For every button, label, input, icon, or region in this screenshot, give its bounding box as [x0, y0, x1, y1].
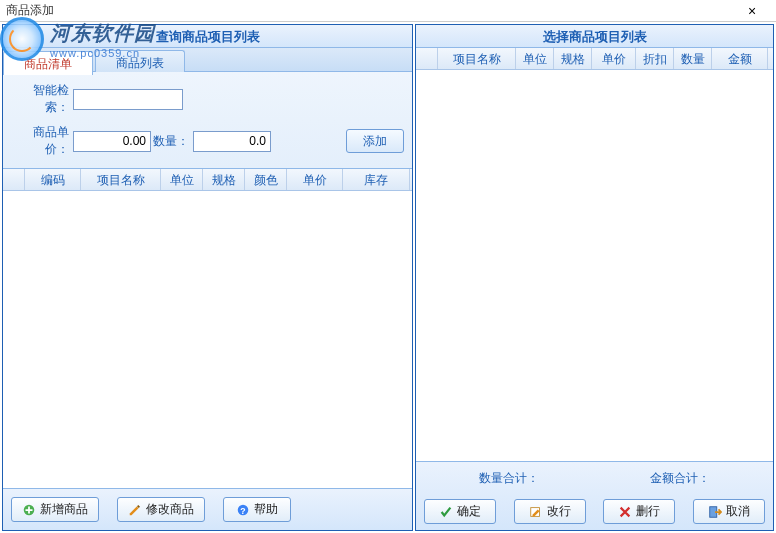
modify-row-button[interactable]: 改行 [514, 499, 586, 524]
right-column-headers: 项目名称单位规格单价折扣数量金额 [416, 48, 773, 70]
button-label: 取消 [726, 503, 750, 520]
window-title: 商品添加 [6, 2, 54, 19]
column-header[interactable]: 规格 [554, 48, 592, 69]
button-label: 确定 [457, 503, 481, 520]
plus-icon [22, 503, 36, 517]
left-header: 查询商品项目列表 [3, 25, 412, 48]
tab-product-checklist[interactable]: 商品清单 [3, 51, 93, 75]
pencil-icon [128, 503, 142, 517]
column-header[interactable]: 单价 [592, 48, 636, 69]
svg-text:?: ? [240, 505, 245, 515]
totals-row: 数量合计： 金额合计： [424, 468, 765, 491]
help-icon: ? [236, 503, 250, 517]
tab-product-list[interactable]: 商品列表 [95, 50, 185, 74]
form-area: 智能检索： 商品单价： 数量： 添加 [3, 72, 412, 169]
delete-icon [618, 505, 632, 519]
exit-icon [708, 505, 722, 519]
tab-label: 商品列表 [116, 56, 164, 70]
column-header[interactable]: 库存 [343, 169, 410, 190]
column-header[interactable]: 项目名称 [81, 169, 161, 190]
price-input[interactable] [73, 131, 151, 152]
column-header[interactable]: 项目名称 [438, 48, 516, 69]
delete-row-button[interactable]: 删行 [603, 499, 675, 524]
tabs-row: 商品清单 商品列表 [3, 48, 412, 72]
column-header[interactable]: 单位 [516, 48, 554, 69]
button-label: 新增商品 [40, 501, 88, 518]
close-button[interactable]: × [732, 1, 772, 21]
qty-label: 数量： [151, 133, 193, 150]
qty-total-label: 数量合计： [479, 470, 539, 487]
ok-button[interactable]: 确定 [424, 499, 496, 524]
amount-total-label: 金额合计： [650, 470, 710, 487]
column-header[interactable]: 规格 [203, 169, 245, 190]
left-grid-body[interactable] [3, 191, 412, 488]
right-header: 选择商品项目列表 [416, 25, 773, 48]
left-panel: 查询商品项目列表 商品清单 商品列表 智能检索： 商品单价： 数量： 添加 编码… [2, 24, 413, 531]
titlebar: 商品添加 × [0, 0, 776, 22]
search-label: 智能检索： [11, 82, 73, 116]
check-icon [439, 505, 453, 519]
column-header[interactable]: 折扣 [636, 48, 674, 69]
price-label: 商品单价： [11, 124, 73, 158]
main-area: 查询商品项目列表 商品清单 商品列表 智能检索： 商品单价： 数量： 添加 编码… [0, 22, 776, 533]
button-label: 删行 [636, 503, 660, 520]
column-header[interactable]: 金额 [712, 48, 768, 69]
search-input[interactable] [73, 89, 183, 110]
add-button[interactable]: 添加 [346, 129, 404, 153]
cancel-button[interactable]: 取消 [693, 499, 765, 524]
button-label: 修改商品 [146, 501, 194, 518]
column-header[interactable] [3, 169, 25, 190]
column-header[interactable] [416, 48, 438, 69]
right-grid-body[interactable] [416, 70, 773, 461]
right-bottom-bar: 数量合计： 金额合计： 确定 改行 [416, 461, 773, 530]
qty-input[interactable] [193, 131, 271, 152]
column-header[interactable]: 数量 [674, 48, 712, 69]
button-label: 改行 [547, 503, 571, 520]
button-label: 帮助 [254, 501, 278, 518]
column-header[interactable]: 单位 [161, 169, 203, 190]
column-header[interactable]: 编码 [25, 169, 81, 190]
edit-row-icon [529, 505, 543, 519]
right-panel: 选择商品项目列表 项目名称单位规格单价折扣数量金额 数量合计： 金额合计： 确定 [415, 24, 774, 531]
help-button[interactable]: ? 帮助 [223, 497, 291, 522]
tab-label: 商品清单 [24, 57, 72, 71]
column-header[interactable]: 单价 [287, 169, 343, 190]
column-header[interactable]: 颜色 [245, 169, 287, 190]
left-column-headers: 编码项目名称单位规格颜色单价库存 [3, 169, 412, 191]
edit-product-button[interactable]: 修改商品 [117, 497, 205, 522]
new-product-button[interactable]: 新增商品 [11, 497, 99, 522]
left-bottom-bar: 新增商品 修改商品 ? 帮助 [3, 488, 412, 530]
